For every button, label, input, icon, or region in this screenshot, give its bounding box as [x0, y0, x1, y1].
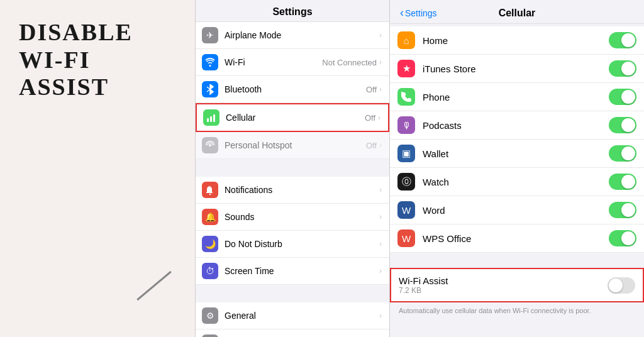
settings-item-hotspot[interactable]: Personal Hotspot Off › [196, 132, 389, 159]
back-chevron-icon: ‹ [400, 6, 404, 19]
cell-item-home[interactable]: ⌂ Home [390, 26, 644, 55]
page-title: DISABLE WI-FI ASSIST [19, 19, 182, 101]
wpsoffice-toggle[interactable] [609, 230, 636, 246]
itunes-toggle[interactable] [609, 60, 636, 77]
wifi-assist-row[interactable]: Wi-Fi Assist 7.2 KB [390, 268, 644, 302]
home-icon: ⌂ [397, 31, 415, 49]
wallet-toggle[interactable] [609, 145, 636, 162]
hotspot-label: Personal Hotspot [225, 140, 366, 150]
settings-item-wifi[interactable]: Wi-Fi Not Connected › [196, 49, 389, 76]
settings-item-general[interactable]: ⚙ General › [196, 302, 389, 329]
wifi-assist-toggle[interactable] [608, 277, 635, 294]
settings-item-screentime[interactable]: ⏱ Screen Time › [196, 258, 389, 285]
wifi-label: Wi-Fi [225, 57, 322, 67]
wifi-value: Not Connected [322, 58, 377, 67]
chevron-icon: › [379, 240, 382, 248]
settings-group-general: ⚙ General › ⊞ Control Center › AA Displa… [196, 302, 389, 337]
settings-panel: Settings ✈ Airplane Mode › Wi-Fi Not Con… [195, 0, 390, 337]
back-button[interactable]: ‹ Settings [400, 6, 437, 19]
phone-icon [397, 88, 415, 106]
chevron-icon: › [379, 213, 382, 221]
notifications-icon [202, 182, 218, 198]
settings-item-airplane[interactable]: ✈ Airplane Mode › [196, 22, 389, 49]
watch-toggle[interactable] [609, 174, 636, 190]
svg-rect-4 [213, 114, 215, 122]
cell-item-wpsoffice[interactable]: W WPS Office [390, 224, 644, 253]
settings-list: ✈ Airplane Mode › Wi-Fi Not Connected › [196, 22, 389, 337]
svg-rect-3 [210, 116, 212, 122]
watch-label: Watch [423, 177, 609, 187]
itunes-icon: ★ [397, 60, 415, 77]
wifi-icon [202, 54, 218, 70]
chevron-icon: › [378, 113, 380, 122]
bluetooth-value: Off [366, 85, 377, 94]
wallet-icon: ▣ [397, 145, 415, 162]
cell-item-itunes[interactable]: ★ iTunes Store [390, 55, 644, 83]
word-icon: W [397, 201, 415, 219]
chevron-icon: › [379, 58, 382, 67]
settings-item-cellular[interactable]: Cellular Off › [196, 103, 389, 132]
chevron-icon: › [379, 31, 382, 40]
wifi-assist-title: Wi-Fi Assist [399, 275, 608, 286]
cellular-header: ‹ Settings Cellular [390, 0, 644, 24]
left-panel: DISABLE WI-FI ASSIST [0, 0, 195, 337]
cell-item-podcasts[interactable]: 🎙 Podcasts [390, 111, 644, 140]
cellular-value: Off [365, 113, 375, 123]
cellular-apps-list: ⌂ Home ★ iTunes Store Phone 🎙 Podcasts [390, 24, 644, 337]
screentime-label: Screen Time [225, 266, 379, 276]
cellular-label: Cellular [226, 113, 365, 123]
itunes-label: iTunes Store [423, 64, 609, 74]
settings-group-notifications: Notifications › 🔔 Sounds › 🌙 Do Not Dist… [196, 177, 389, 285]
hotspot-value: Off [366, 141, 377, 150]
watch-icon: ⓪ [397, 173, 415, 191]
chevron-icon: › [379, 141, 382, 150]
separator [196, 285, 389, 302]
chevron-icon: › [379, 267, 382, 275]
notifications-label: Notifications [225, 185, 379, 195]
home-toggle[interactable] [609, 32, 636, 48]
cell-item-watch[interactable]: ⓪ Watch [390, 168, 644, 196]
cell-item-word[interactable]: W Word [390, 196, 644, 224]
cellular-panel: ‹ Settings Cellular ⌂ Home ★ iTunes Stor… [390, 0, 644, 337]
sounds-label: Sounds [225, 212, 379, 222]
svg-point-5 [209, 144, 211, 146]
cellular-icon [203, 109, 219, 126]
back-label: Settings [405, 8, 437, 18]
wifi-assist-size: 7.2 KB [399, 286, 608, 295]
bluetooth-label: Bluetooth [225, 84, 366, 94]
donotdisturb-icon: 🌙 [202, 236, 218, 252]
chevron-icon: › [379, 185, 382, 194]
general-icon: ⚙ [202, 307, 218, 324]
bluetooth-icon [202, 81, 218, 97]
wallet-label: Wallet [423, 148, 609, 159]
separator [390, 253, 644, 268]
settings-item-notifications[interactable]: Notifications › [196, 177, 389, 204]
settings-header: Settings [196, 0, 389, 22]
controlcenter-icon: ⊞ [202, 334, 218, 337]
svg-point-6 [209, 194, 211, 195]
screentime-icon: ⏱ [202, 263, 218, 279]
phone-toggle[interactable] [609, 89, 636, 105]
settings-item-sounds[interactable]: 🔔 Sounds › [196, 204, 389, 231]
podcasts-toggle[interactable] [609, 117, 636, 133]
airplane-label: Airplane Mode [225, 30, 379, 40]
settings-item-bluetooth[interactable]: Bluetooth Off › [196, 76, 389, 103]
home-label: Home [423, 35, 609, 46]
chevron-icon: › [379, 85, 382, 94]
svg-rect-2 [207, 118, 209, 122]
phone-label: Phone [423, 92, 609, 102]
settings-group-connectivity: ✈ Airplane Mode › Wi-Fi Not Connected › [196, 22, 389, 159]
wifi-assist-description: Automatically use cellular data when Wi-… [390, 302, 644, 321]
wpsoffice-label: WPS Office [423, 233, 609, 244]
cell-item-phone[interactable]: Phone [390, 83, 644, 111]
settings-item-controlcenter[interactable]: ⊞ Control Center › [196, 329, 389, 337]
cell-item-wallet[interactable]: ▣ Wallet [390, 140, 644, 168]
wpsoffice-icon: W [397, 229, 415, 247]
general-label: General [225, 311, 379, 321]
wifi-assist-text: Wi-Fi Assist 7.2 KB [399, 275, 608, 295]
hotspot-icon [202, 137, 218, 153]
chevron-icon: › [379, 311, 382, 320]
settings-item-donotdisturb[interactable]: 🌙 Do Not Disturb › [196, 231, 389, 258]
cellular-title: Cellular [499, 8, 536, 19]
word-toggle[interactable] [609, 202, 636, 218]
